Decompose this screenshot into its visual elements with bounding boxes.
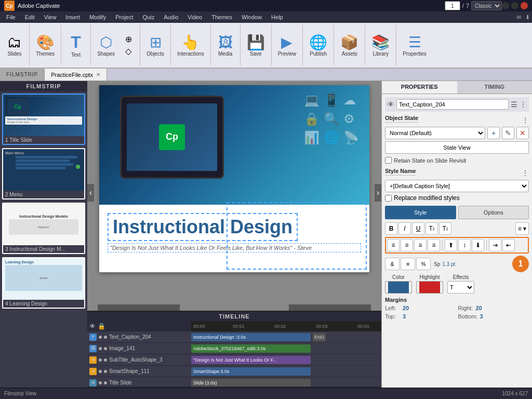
canvas-nav-right[interactable]: › [375, 184, 381, 202]
tl-row-image[interactable]: 🖼 Image_141 [87, 343, 191, 354]
cp-logo-big: Cp [159, 124, 185, 150]
underline-button[interactable]: U [412, 222, 424, 235]
state-delete-btn[interactable]: ✕ [516, 127, 529, 139]
visibility-icon[interactable]: 👁 [387, 100, 394, 109]
menu-file[interactable]: File [2, 13, 20, 21]
slide-thumb-3[interactable]: Instructional Design Models diagram 3 In… [2, 203, 85, 254]
menu-insert[interactable]: Insert [61, 13, 84, 21]
slide-thumb-1[interactable]: Cp Instructional Design Design Is Not Ju… [2, 94, 85, 145]
valign-bot-btn[interactable]: ⬇ [472, 239, 484, 251]
timeline-lock-icon[interactable]: 🔒 [98, 323, 105, 330]
style-name-menu[interactable]: ⋮ [522, 169, 529, 177]
canvas-scrollbar[interactable] [98, 304, 371, 311]
ruler-mark-0: 00:00 [193, 324, 205, 329]
options-tab-button[interactable]: Options [458, 206, 529, 219]
color-swatch-btn[interactable] [385, 281, 412, 294]
shapes-sub-1[interactable]: ⊕ [120, 34, 137, 45]
objects-button[interactable]: ⊞ Objects [143, 33, 167, 58]
valign-mid-btn[interactable]: ↕ [458, 239, 471, 251]
menu-project[interactable]: Project [111, 13, 137, 21]
properties-button[interactable]: ☰ Properties [400, 33, 430, 58]
replace-styles-checkbox[interactable] [385, 195, 392, 202]
tablet-screen: Cp [127, 103, 218, 171]
state-select[interactable]: Normal (Default) [385, 127, 485, 139]
menu-quiz[interactable]: Quiz [139, 13, 159, 21]
align-justify-btn[interactable]: ≡ [428, 239, 440, 251]
highlight-swatch-btn[interactable] [416, 281, 443, 294]
props-tab-timing[interactable]: TIMING [457, 81, 533, 94]
tl-row-text-caption[interactable]: T Text_Caption_204 [87, 331, 191, 343]
align-center-btn[interactable]: ≡ [401, 239, 413, 251]
align-right-btn[interactable]: ≡ [414, 239, 427, 251]
themes-button[interactable]: 🎨 Themes [33, 33, 58, 58]
preview-button[interactable]: ▶ Preview [275, 33, 300, 58]
maximize-button[interactable] [511, 2, 518, 9]
object-state-menu[interactable]: ⋮ [522, 116, 529, 124]
tl-row-image-label: Image_141 [109, 345, 135, 351]
align-left-btn[interactable]: ≡ [387, 239, 400, 251]
slides-button[interactable]: 🗂 Slides [3, 33, 26, 58]
timeline-eye-icon[interactable]: 👁 [89, 323, 96, 330]
interactions-button[interactable]: 👆 Interactions [174, 33, 207, 58]
menu-edit[interactable]: Edit [21, 13, 39, 21]
menu-themes[interactable]: Themes [207, 13, 236, 21]
tab-filmstrip[interactable]: FILMSTRIP [0, 69, 45, 81]
outdent-btn[interactable]: ⇤ [502, 239, 515, 251]
bold-button[interactable]: B [385, 222, 397, 235]
save-button[interactable]: 💾 Save [244, 33, 268, 58]
media-button[interactable]: 🖼 Media [214, 33, 237, 58]
tab-file[interactable]: PracticeFile.cptx ✕ [45, 69, 107, 81]
interactions-label: Interactions [177, 51, 204, 57]
special-btn-1[interactable]: & [385, 258, 400, 270]
state-add-btn[interactable]: + [487, 127, 500, 139]
canvas-scroll-area[interactable]: ‹ Cp 💻📱☁ 🔒🔍⚙ [87, 81, 381, 304]
assets-button[interactable]: 📦 Assets [337, 33, 362, 58]
tl-row-titleslide[interactable]: ⊞ Title Slide [87, 377, 191, 387]
object-menu-icon2[interactable]: ⋮ [520, 100, 527, 109]
minimize-button[interactable] [502, 2, 509, 9]
tl-row-subtitle[interactable]: ★ SubTitle_AutoShape_3 [87, 354, 191, 366]
publish-button[interactable]: 🌐 Publish [306, 33, 330, 58]
state-edit-btn[interactable]: ✎ [502, 127, 514, 139]
menu-window[interactable]: Window [237, 13, 266, 21]
effects-select[interactable]: T [447, 281, 474, 294]
library-button[interactable]: 📚 Library [368, 33, 393, 58]
tab-close-icon[interactable]: ✕ [96, 72, 100, 77]
menu-video[interactable]: Video [183, 13, 206, 21]
canvas-nav-left[interactable]: ‹ [87, 184, 94, 202]
style-tab-button[interactable]: Style [385, 206, 456, 219]
properties-icon: ☰ [408, 34, 421, 51]
italic-button[interactable]: I [398, 222, 411, 235]
tl-row-smartshape[interactable]: ★ SmartShape_111 [87, 366, 191, 377]
retain-state-checkbox[interactable] [385, 157, 392, 164]
superscript-button[interactable]: T2 [425, 222, 438, 235]
indent-btn[interactable]: ⇥ [489, 239, 501, 251]
slide-background: Cp 💻📱☁ 🔒🔍⚙ 📊🌐📡 [99, 85, 369, 205]
state-view-button[interactable]: State View [385, 141, 529, 154]
slide-thumb-2[interactable]: Main Menu 2 Menu [2, 148, 85, 200]
ribbon-group-shapes: ⬡ Shapes ⊕ ◇ [91, 25, 140, 65]
menu-view[interactable]: View [40, 13, 61, 21]
close-button[interactable] [521, 2, 528, 9]
menu-modify[interactable]: Modify [85, 13, 110, 21]
shapes-sub-2[interactable]: ◇ [120, 46, 137, 57]
special-btn-2[interactable]: ✕ [401, 258, 415, 270]
fmt-more-btn[interactable]: ≡ ▾ [515, 222, 529, 235]
subscript-button[interactable]: T2 [439, 222, 451, 235]
object-name-input[interactable] [396, 99, 509, 110]
text-button[interactable]: T Text [64, 32, 87, 59]
menu-help[interactable]: Help [267, 13, 287, 21]
app-logo: Cp [4, 1, 15, 11]
page-number-input[interactable] [445, 1, 460, 10]
layout-select[interactable]: Classic [471, 1, 502, 10]
slide-thumb-4[interactable]: Learning Design photo 4 Learning Design [2, 257, 85, 309]
menu-audio[interactable]: Audio [159, 13, 182, 21]
shapes-button[interactable]: ⬡ Shapes [94, 33, 118, 58]
margin-right-value: 20 [476, 305, 482, 311]
filmstrip-content[interactable]: Cp Instructional Design Design Is Not Ju… [0, 91, 87, 399]
props-tab-properties[interactable]: PROPERTIES [382, 81, 457, 94]
valign-top-btn[interactable]: ⬆ [445, 239, 457, 251]
special-btn-3[interactable]: % [416, 258, 431, 270]
style-select[interactable]: +[Default Caption Style] [385, 180, 529, 192]
object-menu-icon[interactable]: ☰ [511, 100, 517, 109]
